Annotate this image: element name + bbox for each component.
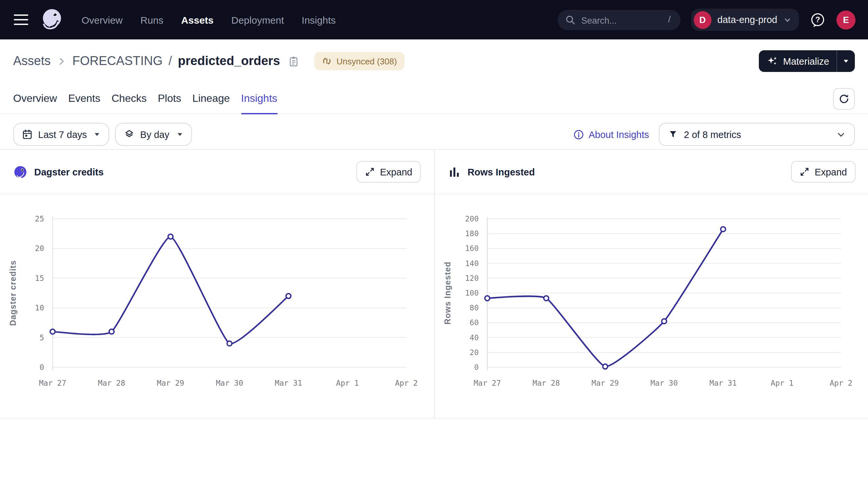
materialize-label: Materialize (783, 56, 829, 66)
svg-text:Mar 30: Mar 30 (216, 379, 243, 387)
refresh-button[interactable] (833, 88, 855, 110)
panel-title: Rows Ingested (468, 167, 535, 177)
tab-insights[interactable]: Insights (241, 83, 277, 114)
breadcrumb-assets-link[interactable]: Assets (13, 54, 51, 68)
svg-text:Mar 27: Mar 27 (473, 379, 501, 387)
breadcrumb-separator: / (169, 54, 172, 68)
panel-title: Dagster credits (34, 167, 104, 177)
top-nav-bar: Overview Runs Assets Deployment Insights… (0, 0, 868, 39)
insights-charts-section: Dagster credits Expand 0510152025Mar 27M… (0, 149, 868, 419)
app-window: Overview Runs Assets Deployment Insights… (0, 0, 868, 498)
search-box[interactable]: / (558, 10, 680, 30)
user-avatar[interactable]: E (837, 10, 855, 29)
expand-button[interactable]: Expand (356, 161, 421, 183)
insights-filter-row: Last 7 days By day (0, 114, 868, 149)
hamburger-menu-icon[interactable] (14, 14, 28, 25)
svg-text:5: 5 (39, 333, 44, 342)
svg-text:25: 25 (35, 214, 44, 223)
dagster-logo[interactable] (39, 7, 64, 32)
svg-text:Apr 2: Apr 2 (830, 379, 852, 387)
tab-overview[interactable]: Overview (13, 83, 57, 114)
help-icon[interactable]: ? (809, 12, 826, 28)
top-nav-right: / D data-eng-prod ? E (558, 9, 855, 31)
svg-text:Mar 31: Mar 31 (275, 379, 302, 387)
svg-text:Mar 29: Mar 29 (591, 379, 619, 387)
rows-ingested-chart[interactable]: 020406080100120140160180200Mar 27Mar 28M… (435, 195, 868, 418)
calendar-icon (22, 129, 33, 140)
svg-text:60: 60 (470, 318, 479, 327)
svg-text:80: 80 (470, 303, 479, 312)
materialize-button[interactable]: Materialize (759, 50, 837, 72)
breadcrumb: Assets FORECASTING / predicted_orders (13, 52, 404, 70)
time-range-filter-button[interactable]: Last 7 days (13, 123, 109, 146)
svg-text:20: 20 (35, 244, 44, 253)
expand-icon (365, 167, 375, 177)
svg-text:Apr 1: Apr 1 (771, 379, 793, 387)
organization-switcher[interactable]: D data-eng-prod (691, 9, 799, 31)
metrics-selector-label: 2 of 8 metrics (684, 129, 741, 140)
svg-text:Dagster credits: Dagster credits (8, 260, 17, 326)
org-name: data-eng-prod (717, 14, 777, 25)
svg-text:Mar 30: Mar 30 (650, 379, 678, 387)
svg-text:200: 200 (465, 214, 479, 223)
nav-item-deployment[interactable]: Deployment (231, 14, 284, 25)
status-badge-label: Unsynced (308) (337, 56, 397, 66)
status-badge[interactable]: Unsynced (308) (314, 52, 405, 70)
granularity-label: By day (140, 129, 169, 140)
about-insights-label: About Insights (588, 129, 649, 140)
tab-plots[interactable]: Plots (158, 83, 181, 114)
expand-button[interactable]: Expand (791, 161, 855, 183)
about-insights-link[interactable]: About Insights (573, 129, 649, 140)
top-nav-items: Overview Runs Assets Deployment Insights (81, 14, 336, 25)
dagster-credits-chart[interactable]: 0510152025Mar 27Mar 28Mar 29Mar 30Mar 31… (0, 195, 434, 418)
svg-text:0: 0 (474, 363, 479, 371)
metrics-selector[interactable]: 2 of 8 metrics (659, 123, 855, 146)
chevron-down-icon (783, 15, 792, 24)
breadcrumb-group-link[interactable]: FORECASTING (72, 54, 163, 68)
filter-row-right: About Insights 2 of 8 metrics (573, 123, 855, 146)
chevron-down-icon (837, 130, 846, 139)
svg-text:Mar 29: Mar 29 (157, 379, 184, 387)
granularity-filter-button[interactable]: By day (115, 123, 192, 146)
nav-item-insights[interactable]: Insights (302, 14, 336, 25)
nav-item-runs[interactable]: Runs (140, 14, 163, 25)
svg-text:?: ? (815, 15, 820, 24)
svg-text:Mar 27: Mar 27 (39, 379, 66, 387)
time-range-label: Last 7 days (38, 129, 87, 140)
svg-text:Mar 28: Mar 28 (533, 379, 560, 387)
panel-header: Dagster credits Expand (0, 150, 434, 195)
panel-header: Rows Ingested Expand (435, 150, 868, 195)
asset-tabs: Overview Events Checks Plots Lineage Ins… (0, 83, 868, 114)
svg-text:100: 100 (465, 289, 479, 297)
svg-text:20: 20 (470, 348, 479, 357)
sparkles-icon (767, 55, 778, 67)
asset-name: predicted_orders (178, 54, 280, 68)
svg-text:180: 180 (465, 229, 479, 238)
svg-text:15: 15 (35, 274, 44, 283)
svg-text:160: 160 (465, 244, 479, 253)
svg-text:Rows Ingested: Rows Ingested (443, 261, 452, 325)
svg-text:Mar 31: Mar 31 (710, 379, 737, 387)
tab-events[interactable]: Events (68, 83, 100, 114)
copy-clipboard-icon[interactable] (288, 55, 299, 67)
svg-text:40: 40 (470, 333, 479, 342)
rows-ingested-panel: Rows Ingested Expand 0204060801001201401… (434, 150, 868, 418)
svg-text:Apr 2: Apr 2 (395, 379, 418, 387)
tab-checks[interactable]: Checks (112, 83, 146, 114)
materialize-dropdown-button[interactable] (837, 50, 855, 72)
tab-lineage[interactable]: Lineage (192, 83, 230, 114)
org-initial-badge: D (694, 11, 712, 29)
nav-item-assets[interactable]: Assets (181, 14, 213, 25)
dagster-credits-panel: Dagster credits Expand 0510152025Mar 27M… (0, 150, 434, 418)
dagster-credits-icon (13, 165, 28, 179)
search-shortcut-hint: / (668, 13, 671, 24)
svg-text:0: 0 (39, 363, 44, 371)
info-icon (573, 129, 584, 140)
caret-down-icon (176, 131, 183, 138)
search-icon (565, 14, 575, 25)
panel-body: 020406080100120140160180200Mar 27Mar 28M… (435, 195, 868, 418)
search-input[interactable] (580, 10, 660, 31)
svg-text:10: 10 (35, 303, 44, 312)
nav-item-overview[interactable]: Overview (81, 14, 123, 25)
caret-down-icon (93, 131, 101, 138)
